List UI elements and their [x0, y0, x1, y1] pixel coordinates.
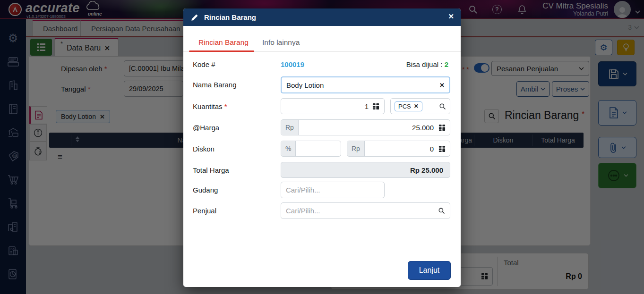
diskon-rp-field[interactable]: Rp 0 [347, 141, 450, 157]
penjual-search-icon[interactable] [438, 207, 445, 214]
edit-pencil-icon [191, 14, 198, 21]
harga-label: @Harga [193, 124, 219, 132]
nama-barang-field[interactable]: Body Lotion ✕ [281, 76, 450, 93]
gudang-field[interactable] [281, 182, 385, 198]
diskon-rp-value: 0 [365, 145, 435, 153]
kode-value: 100019 [281, 60, 304, 68]
kuantitas-label: Kuantitas * [193, 102, 227, 110]
gudang-input[interactable] [286, 186, 380, 194]
bisa-dijual-label: Bisa dijual : [406, 60, 443, 68]
modal-tab-rincian-barang[interactable]: Rincian Barang [198, 33, 249, 52]
kuantitas-field[interactable]: 1 [281, 98, 385, 114]
lanjut-button[interactable]: Lanjut [408, 261, 451, 280]
modal-close-icon[interactable]: ✕ [448, 12, 454, 21]
modal-tab-info-label: Info lainnya [262, 38, 300, 47]
diskon-pct-prefix: % [281, 141, 296, 156]
kuantitas-required-marker: * [224, 102, 227, 110]
bisa-dijual-value: 2 [445, 60, 448, 68]
harga-rp-prefix: Rp [281, 120, 299, 135]
penjual-input[interactable] [286, 207, 438, 215]
kuantitas-value: 1 [286, 102, 369, 110]
diskon-label: Diskon [193, 145, 215, 153]
total-harga-value: Rp 25.000 [410, 166, 443, 174]
modal-footer-divider [188, 256, 456, 256]
unit-field[interactable]: PCS ✕ [390, 98, 450, 114]
gudang-label: Gudang [193, 186, 218, 194]
modal-header: Rincian Barang [183, 8, 461, 26]
diskon-persen-field[interactable]: % [281, 141, 341, 157]
harga-field[interactable]: Rp 25.000 [281, 119, 450, 135]
kode-label: Kode # [193, 60, 215, 68]
lanjut-label: Lanjut [419, 266, 440, 275]
penjual-field[interactable] [281, 202, 450, 219]
nama-barang-label: Nama Barang [193, 81, 237, 89]
rincian-barang-modal: Rincian Barang ✕ Rincian Barang Info lai… [183, 8, 461, 287]
total-harga-label: Total Harga [193, 166, 229, 174]
diskon-calculator-icon[interactable] [438, 145, 446, 152]
unit-search-icon[interactable] [439, 103, 446, 110]
unit-chip-close-icon[interactable]: ✕ [414, 103, 419, 109]
bisa-dijual-info: Bisa dijual : 2 [406, 60, 448, 68]
harga-value: 25.000 [299, 124, 435, 132]
penjual-label: Penjual [193, 207, 216, 215]
unit-chip-label: PCS [398, 103, 411, 110]
kuantitas-text: Kuantitas [193, 102, 223, 110]
modal-tab-rincian-label: Rincian Barang [198, 38, 249, 47]
diskon-rp-prefix: Rp [347, 141, 365, 156]
kuantitas-calculator-icon[interactable] [372, 103, 379, 110]
total-harga-field: Rp 25.000 [281, 162, 450, 178]
app-window: accurate v1.0.1#3207-1880003 online ? CV… [0, 0, 644, 294]
unit-chip[interactable]: PCS ✕ [395, 101, 422, 111]
modal-active-tab-bar [189, 50, 254, 52]
modal-tab-info-lainnya[interactable]: Info lainnya [262, 33, 300, 52]
harga-calculator-icon[interactable] [438, 124, 446, 131]
modal-title: Rincian Barang [204, 13, 256, 21]
nama-barang-value: Body Lotion [286, 81, 439, 89]
nama-clear-icon[interactable]: ✕ [439, 82, 445, 89]
